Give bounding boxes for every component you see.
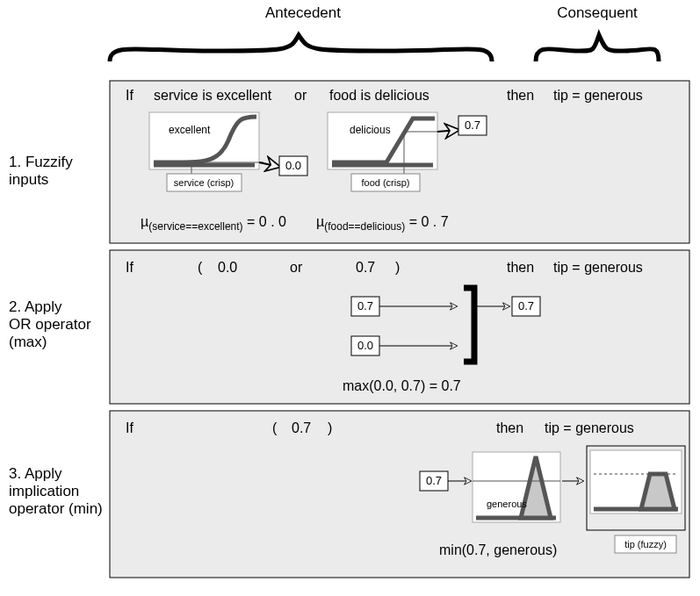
step3-label3: operator (min): [9, 500, 103, 517]
brace-consequent: [536, 35, 659, 61]
step3-lp: (: [272, 420, 278, 435]
mu2: µ: [316, 214, 324, 229]
step3-eq: min(0.7, generous): [439, 542, 557, 557]
step2-b: 0.7: [356, 260, 375, 275]
step3-if: If: [126, 420, 134, 435]
mu2-eq: = 0 . 7: [405, 214, 448, 229]
step2-a: 0.0: [218, 260, 237, 275]
step2-label3: (max): [9, 334, 47, 350]
mu1-sub: (service==excellent): [148, 220, 242, 233]
step2-res: tip = generous: [553, 260, 643, 275]
step2-or: or: [290, 260, 303, 275]
service-crisp-label: service (crisp): [174, 177, 234, 188]
food-crisp-label: food (crisp): [361, 177, 409, 188]
step1-cond2: food is delicious: [329, 88, 429, 103]
mu1-eq: = 0 . 0: [243, 214, 286, 229]
step2-out: 0.7: [518, 299, 534, 312]
delicious-out: 0.7: [465, 118, 480, 132]
consequent-label: Consequent: [557, 4, 638, 21]
tip-fuzzy-label: tip (fuzzy): [624, 539, 667, 549]
step1-result: tip = generous: [553, 88, 643, 103]
antecedent-label: Antecedent: [265, 4, 341, 21]
step2-label2: OR operator: [9, 316, 91, 333]
fuzzy-inference-diagram: Antecedent Consequent 1. Fuzzify inputs …: [0, 0, 700, 596]
mu2-sub: (food==delicious): [324, 220, 405, 233]
step1-or: or: [294, 88, 307, 103]
generous-label: generous: [487, 499, 527, 509]
generous-mf: generous: [473, 452, 560, 522]
step2-in-bot: 0.0: [357, 339, 373, 352]
step3-in: 0.7: [426, 474, 442, 487]
step2-if: If: [126, 260, 134, 275]
step3-label1: 3. Apply: [9, 465, 62, 482]
step3-rp: ): [328, 420, 332, 435]
excellent-label: excellent: [169, 124, 211, 136]
step1-then: then: [507, 88, 534, 103]
excellent-out: 0.0: [285, 159, 301, 172]
brace-antecedent: [110, 35, 492, 61]
step3-res: tip = generous: [545, 420, 634, 435]
step2-label1: 2. Apply: [9, 298, 62, 315]
step3-a: 0.7: [292, 420, 311, 435]
step2-rp: ): [395, 260, 400, 275]
step1-label1: 1. Fuzzify: [9, 154, 73, 170]
delicious-label: delicious: [350, 124, 391, 136]
step1-if: If: [126, 88, 134, 103]
step2-eq: max(0.0, 0.7) = 0.7: [343, 378, 461, 393]
step3-then: then: [496, 420, 523, 435]
step1-label2: inputs: [9, 171, 48, 188]
step1-cond1: service is excellent: [154, 88, 272, 103]
step3-label2: implication: [9, 483, 79, 499]
mu1: µ: [141, 214, 148, 229]
step2-then: then: [507, 260, 534, 275]
step2-in-top: 0.7: [357, 299, 373, 312]
step2-lp: (: [198, 260, 203, 275]
